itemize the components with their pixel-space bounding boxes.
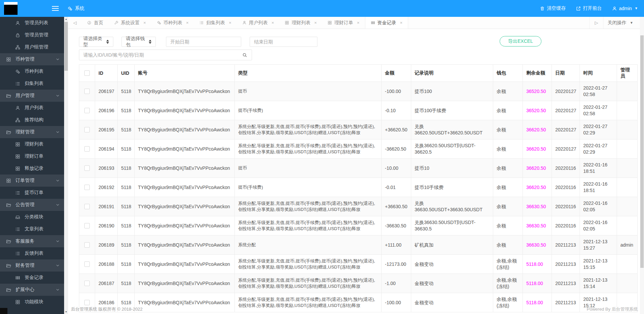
tab-close-icon[interactable]: × [314,20,317,25]
cell-wallet: 余额,余额(冻结) [493,274,523,293]
tab-close-icon[interactable]: × [357,20,360,25]
cell-wallet: 余额 [493,178,523,197]
footer: 后台管理系统 版权所有 © 2018-2022 Powered By 后台管理系… [71,306,638,313]
tab-finance-list[interactable]: 理财列表× [279,17,322,29]
sidebar-item-label: 释放记录 [25,165,44,171]
tabs-scroll-right-icon[interactable]: ▷ [590,17,603,29]
topbar-system-menu[interactable]: 系统 [67,0,84,17]
sidebar-item-order-manage[interactable]: 订单管理 [0,175,64,187]
hamburger-menu-icon[interactable] [51,5,59,12]
folder-icon [6,263,11,268]
sidebar-item-collect-list[interactable]: 归集列表 [0,77,64,90]
cell-amount: +36620.50 [382,120,411,139]
sitemap-icon [15,118,20,123]
sidebar-item-finance-manage[interactable]: 理财管理 [0,126,64,138]
row-checkbox[interactable] [84,223,90,228]
tabs-scroll-left-icon[interactable]: ◁ [68,17,82,29]
cell-balance: 36630.50 [523,197,552,216]
type-select[interactable]: 请选择类型 [79,37,113,47]
cell-uid: 5118 [118,101,135,120]
tab-coin-list[interactable]: 币种列表× [151,17,194,29]
topbar: 系统 清空缓存打开前台admin▼ [0,0,644,17]
row-checkbox[interactable] [84,108,90,113]
topbar-action-clear-cache[interactable]: 清空缓存 [540,5,566,11]
tab-close-icon[interactable]: × [229,20,231,25]
row-select-cell [79,216,95,236]
cell-id: 206195 [95,120,118,139]
end-date-input[interactable] [250,37,317,47]
row-checkbox[interactable] [84,261,90,267]
grid-icon [15,166,20,171]
tab-collect-list[interactable]: 归集列表× [194,17,237,29]
wallet-select[interactable]: 请选择钱包 [121,37,156,47]
export-excel-button[interactable]: 导出EXCEL [500,36,541,46]
tab-fund-records[interactable]: 资金记录× [365,17,409,29]
sidebar-item-admin-list[interactable]: 管理员列表 [0,17,64,29]
topbar-action-open-frontend[interactable]: 打开前台 [576,5,602,11]
row-checkbox[interactable] [84,204,90,209]
cell-balance: 36620.50 [523,139,552,159]
sidebar-item-customer-service[interactable]: 客服服务 [0,235,64,247]
sidebar-item-feedback-list[interactable]: 反馈列表 [0,247,64,259]
cell-id: 206190 [95,216,118,236]
tab-close-icon[interactable]: × [272,20,274,25]
tab-close-icon[interactable]: × [400,20,403,25]
cell-time: 2022-01-16 02:05 [580,197,617,216]
row-checkbox[interactable] [84,185,90,190]
topbar-action-admin-user[interactable]: admin▼ [612,6,638,11]
sidebar-item-user-group-manage[interactable]: 用户组管理 [0,41,64,53]
row-checkbox[interactable] [84,281,90,286]
row-checkbox[interactable] [84,242,90,248]
page-scroll-thumb[interactable] [640,35,644,268]
cell-wallet: 余额 [493,216,523,236]
cell-account: TY8QrBygiux9mBQXjTaEv7VvPPcoAwckon [135,255,235,274]
tab-home[interactable]: 首页 [82,17,109,29]
row-checkbox[interactable] [84,165,90,171]
sidebar-item-user-list[interactable]: 用户列表 [0,102,64,114]
sidebar-item-extension-center[interactable]: 扩展中心 [0,284,64,296]
row-checkbox[interactable] [84,300,90,305]
tab-close-icon[interactable]: × [186,20,189,25]
cell-wallet: 余额,余额(冻结) [493,255,523,274]
sidebar-item-treasury-manage[interactable]: 财务管理 [0,259,64,272]
close-operations-dropdown[interactable]: 关闭操作 ▼ [603,17,640,29]
search-button[interactable] [238,50,252,60]
cell-desc: 兑换 36620.50USDT+36620.50USDT [411,120,493,139]
sidebar-scroll-down-icon[interactable]: ▼ [64,310,68,314]
sidebar-item-category-module[interactable]: 分类模块 [0,211,64,223]
sidebar-item-notice-manage[interactable]: 公告管理 [0,199,64,211]
sidebar-scroll-thumb[interactable] [64,22,68,71]
sidebar-item-coin-manage[interactable]: 币种管理 [0,53,64,65]
tab-close-icon[interactable]: × [143,20,146,25]
sidebar-item-function-module[interactable]: 功能模块 [0,296,64,308]
sidebar-scroll-up-icon[interactable]: ▲ [64,17,68,21]
sidebar-item-finance-list[interactable]: 理财列表 [0,138,64,150]
row-checkbox[interactable] [84,127,90,132]
sidebar-item-coin-list[interactable]: 币种列表 [0,65,64,77]
sidebar-item-release-records[interactable]: 释放记录 [0,162,64,175]
row-checkbox[interactable] [84,89,90,94]
cell-desc: 提币10手续费 [411,178,493,197]
cell-wallet: 余额 [493,120,523,139]
sidebar-item-user-manage[interactable]: 用户管理 [0,90,64,102]
sidebar-item-referral-structure[interactable]: 推荐结构 [0,114,64,126]
sidebar-item-finance-orders[interactable]: 理财订单 [0,150,64,162]
cell-type: 系统分配,等级更新,充值,提币,提币(手续费),提币(退还),预约,预约(退还)… [235,120,382,139]
row-checkbox[interactable] [84,146,90,152]
tab-finance-orders[interactable]: 理财订单× [322,17,365,29]
row-select-cell [79,255,95,274]
search-input[interactable] [79,50,238,60]
chevron-down-icon [56,263,60,268]
page-scrollbar [640,17,644,314]
sidebar-item-article-list[interactable]: 文章列表 [0,223,64,235]
sidebar-item-admin-manage[interactable]: 管理员管理 [0,29,64,41]
tab-user-list[interactable]: 用户列表× [237,17,280,29]
start-date-input[interactable] [166,37,241,47]
table-row: 2061905118TY8QrBygiux9mBQXjTaEv7VvPPcoAw… [79,216,638,236]
cell-id: 206192 [95,178,118,197]
sidebar-item-withdraw-orders[interactable]: 提币订单 [0,187,64,199]
sidebar-item-label: 管理员列表 [25,20,48,26]
sidebar-item-fund-records[interactable]: 资金记录 [0,272,64,284]
select-all-checkbox[interactable] [84,70,90,76]
tab-system-settings[interactable]: 系统设置× [109,17,151,29]
